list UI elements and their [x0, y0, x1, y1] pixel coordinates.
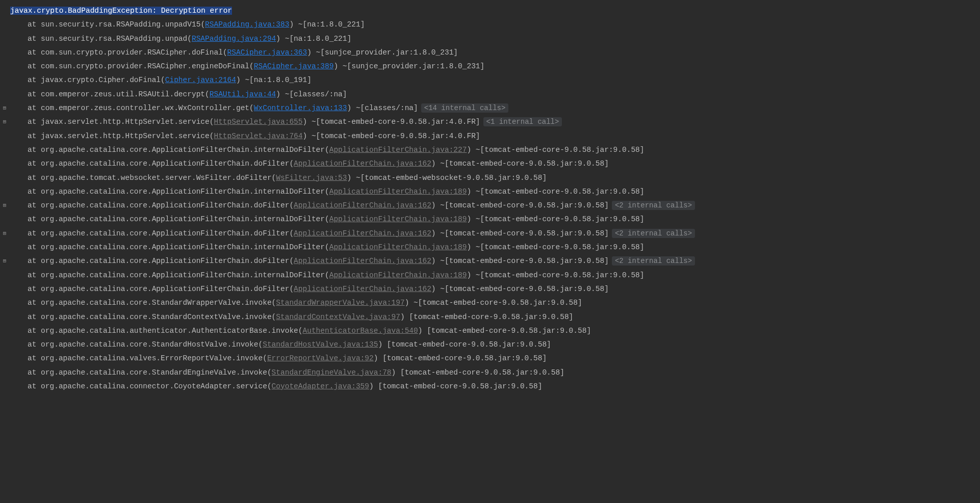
- at-keyword: at: [28, 76, 41, 84]
- source-link[interactable]: WsFilter.java:53: [276, 174, 347, 182]
- stack-frame-line: at org.apache.catalina.core.ApplicationF…: [0, 143, 980, 157]
- jar-info: ~[tomcat-embed-core-9.0.58.jar:9.0.58]: [436, 257, 609, 265]
- jar-info: ~[na:1.8.0_221]: [294, 20, 365, 29]
- internal-calls-badge[interactable]: <2 internal calls>: [612, 201, 695, 210]
- paren-close: ): [303, 132, 307, 140]
- paren-open: (: [289, 201, 294, 209]
- source-link[interactable]: ApplicationFilterChain.java:162: [294, 229, 431, 237]
- stack-frame-line: ⊞at javax.servlet.http.HttpServlet.servi…: [0, 115, 980, 129]
- stack-frame-method: com.sun.crypto.provider.RSACipher.doFina…: [41, 48, 223, 57]
- stack-frame-method: org.apache.catalina.core.StandardContext…: [41, 313, 271, 321]
- paren-open: (: [161, 76, 165, 84]
- stack-frame-content: at org.apache.catalina.core.StandardCont…: [9, 310, 573, 324]
- source-link[interactable]: ApplicationFilterChain.java:189: [329, 215, 467, 223]
- at-keyword: at: [28, 174, 41, 182]
- stack-trace-console[interactable]: javax.crypto.BadPaddingException: Decryp…: [0, 4, 980, 393]
- at-keyword: at: [28, 48, 41, 57]
- source-link[interactable]: ApplicationFilterChain.java:227: [329, 146, 467, 154]
- jar-info: ~[tomcat-embed-core-9.0.58.jar:9.0.58]: [471, 188, 644, 196]
- paren-close: ): [431, 160, 436, 168]
- source-link[interactable]: RSAPadding.java:294: [192, 35, 276, 43]
- source-link[interactable]: Cipher.java:2164: [165, 76, 236, 84]
- source-link[interactable]: HttpServlet.java:764: [214, 132, 302, 140]
- source-link[interactable]: StandardHostValve.java:135: [263, 340, 378, 349]
- paren-open: (: [187, 35, 192, 43]
- source-link[interactable]: CoyoteAdapter.java:359: [272, 382, 369, 390]
- at-keyword: at: [28, 229, 41, 237]
- source-link[interactable]: ApplicationFilterChain.java:189: [329, 188, 467, 196]
- source-link[interactable]: ApplicationFilterChain.java:162: [294, 160, 431, 168]
- paren-open: (: [325, 271, 329, 279]
- stack-frame-line: at org.apache.catalina.connector.CoyoteA…: [0, 380, 980, 393]
- paren-open: (: [258, 340, 263, 349]
- stack-frame-line: at com.sun.crypto.provider.RSACipher.doF…: [0, 46, 980, 60]
- stack-frame-method: com.emperor.zeus.util.RSAUtil.decrypt: [41, 90, 205, 98]
- source-link[interactable]: RSAUtil.java:44: [210, 90, 276, 98]
- stack-frame-content: at org.apache.tomcat.websocket.server.Ws…: [9, 171, 547, 185]
- stack-frame-method: com.emperor.zeus.controller.wx.WxControl…: [41, 104, 249, 112]
- jar-info: [tomcat-embed-core-9.0.58.jar:9.0.58]: [396, 368, 564, 377]
- stack-frame-line: at org.apache.catalina.authenticator.Aut…: [0, 324, 980, 338]
- stack-frame-method: org.apache.catalina.core.ApplicationFilt…: [41, 201, 289, 209]
- at-keyword: at: [28, 299, 41, 307]
- expand-toggle-icon[interactable]: ⊞: [0, 199, 9, 213]
- stack-frame-method: org.apache.catalina.connector.CoyoteAdap…: [41, 382, 267, 390]
- internal-calls-badge[interactable]: <1 internal call>: [483, 117, 562, 126]
- paren-open: (: [298, 327, 303, 335]
- source-link[interactable]: ErrorReportValve.java:92: [267, 354, 374, 362]
- source-link[interactable]: AuthenticatorBase.java:540: [303, 327, 418, 335]
- source-link[interactable]: ApplicationFilterChain.java:162: [294, 257, 431, 265]
- at-keyword: at: [28, 257, 41, 265]
- source-link[interactable]: ApplicationFilterChain.java:162: [294, 285, 431, 293]
- stack-frame-method: org.apache.catalina.core.StandardWrapper…: [41, 299, 271, 307]
- at-keyword: at: [28, 118, 41, 126]
- stack-frame-line: at org.apache.catalina.core.StandardHost…: [0, 338, 980, 352]
- internal-calls-badge[interactable]: <14 internal calls>: [421, 103, 509, 113]
- stack-frame-line: at org.apache.catalina.core.ApplicationF…: [0, 213, 980, 226]
- source-link[interactable]: StandardContextValve.java:97: [276, 313, 400, 321]
- source-link[interactable]: WxController.java:133: [254, 104, 347, 112]
- stack-frame-method: org.apache.catalina.core.ApplicationFilt…: [41, 285, 289, 293]
- paren-close: ): [467, 188, 471, 196]
- jar-info: [tomcat-embed-core-9.0.58.jar:9.0.58]: [405, 313, 574, 321]
- stack-frame-method: javax.servlet.http.HttpServlet.service: [41, 132, 210, 140]
- paren-open: (: [325, 215, 329, 223]
- source-link[interactable]: HttpServlet.java:655: [214, 118, 302, 126]
- source-link[interactable]: RSACipher.java:389: [254, 62, 334, 70]
- jar-info: ~[tomcat-embed-core-9.0.58.jar:9.0.58]: [436, 201, 609, 209]
- jar-info: ~[tomcat-embed-core-9.0.58.jar:9.0.58]: [436, 229, 609, 237]
- at-keyword: at: [28, 215, 41, 223]
- internal-calls-badge[interactable]: <2 internal calls>: [612, 256, 695, 266]
- at-keyword: at: [28, 327, 41, 335]
- expand-toggle-icon[interactable]: ⊞: [0, 254, 9, 268]
- stack-frame-line: at org.apache.catalina.core.ApplicationF…: [0, 157, 980, 171]
- paren-close: ): [347, 174, 352, 182]
- source-link[interactable]: ApplicationFilterChain.java:189: [329, 243, 467, 251]
- jar-info: ~[tomcat-embed-core-9.0.58.jar:9.0.58]: [471, 215, 644, 223]
- source-link[interactable]: ApplicationFilterChain.java:189: [329, 271, 467, 279]
- internal-calls-badge[interactable]: <2 internal calls>: [612, 229, 695, 238]
- stack-frame-method: org.apache.tomcat.websocket.server.WsFil…: [41, 174, 271, 182]
- expand-toggle-icon[interactable]: ⊞: [0, 115, 9, 129]
- stack-frame-line: at org.apache.catalina.core.ApplicationF…: [0, 185, 980, 199]
- source-link[interactable]: StandardWrapperValve.java:197: [276, 299, 404, 307]
- expand-toggle-icon[interactable]: ⊞: [0, 101, 9, 115]
- stack-frame-line: at javax.crypto.Cipher.doFinal(Cipher.ja…: [0, 73, 980, 87]
- source-link[interactable]: ApplicationFilterChain.java:162: [294, 201, 431, 209]
- jar-info: ~[tomcat-embed-core-9.0.58.jar:9.0.58]: [436, 285, 609, 293]
- paren-close: ): [467, 215, 471, 223]
- source-link[interactable]: StandardEngineValve.java:78: [272, 368, 392, 377]
- paren-open: (: [205, 90, 210, 98]
- jar-info: ~[sunjce_provider.jar:1.8.0_231]: [338, 62, 484, 70]
- stack-frame-content: at com.emperor.zeus.util.RSAUtil.decrypt…: [9, 88, 347, 101]
- paren-close: ): [333, 62, 338, 70]
- stack-frame-content: at org.apache.catalina.core.ApplicationF…: [9, 269, 644, 282]
- expand-toggle-icon[interactable]: ⊞: [0, 227, 9, 241]
- stack-frame-line: at com.sun.crypto.provider.RSACipher.eng…: [0, 60, 980, 73]
- source-link[interactable]: RSACipher.java:363: [227, 48, 307, 57]
- source-link[interactable]: RSAPadding.java:383: [205, 20, 289, 29]
- stack-frame-line: at sun.security.rsa.RSAPadding.unpad(RSA…: [0, 32, 980, 46]
- paren-open: (: [289, 229, 294, 237]
- paren-close: ): [276, 35, 280, 43]
- stack-frame-content: at org.apache.catalina.core.ApplicationF…: [9, 157, 609, 171]
